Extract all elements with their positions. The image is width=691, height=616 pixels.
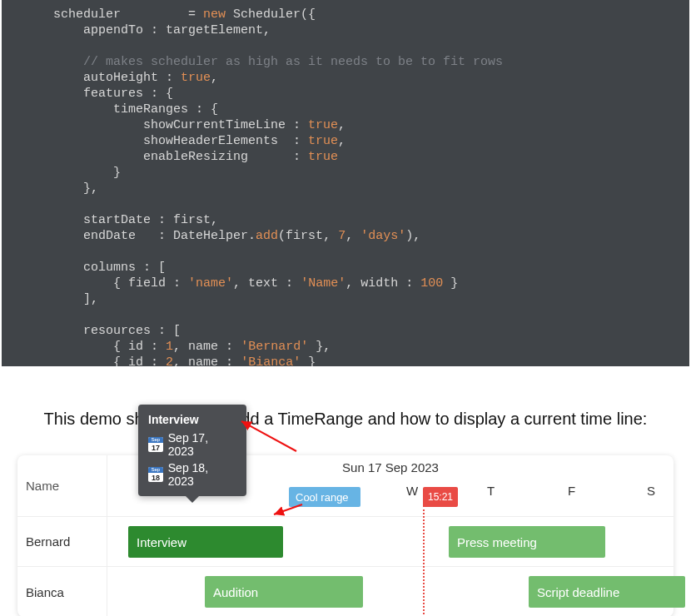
resource-body[interactable]: Interview Press meeting: [107, 517, 674, 566]
tick-sat: S: [647, 484, 648, 498]
tick-thu: T: [487, 484, 488, 498]
event-audition[interactable]: Audition: [205, 576, 363, 608]
tooltip-end-text: Sep 18, 2023: [168, 461, 236, 488]
tooltip-title: Interview: [148, 413, 236, 426]
event-script-deadline[interactable]: Script deadline: [529, 576, 685, 608]
tick-fri: F: [568, 484, 569, 498]
tick-wed: W: [406, 484, 407, 498]
name-column-header[interactable]: Name: [17, 455, 107, 516]
scheduler-header: Name Sun 17 Sep 2023 W T F S Cool range …: [17, 455, 674, 517]
resource-body[interactable]: Audition Script deadline: [107, 567, 674, 616]
tooltip-end-row: Sep18 Sep 18, 2023: [148, 461, 236, 488]
time-range-cool[interactable]: Cool range: [289, 487, 360, 507]
calendar-icon: Sep18: [148, 467, 163, 482]
code-content: scheduler = new Scheduler({ appendTo : t…: [2, 0, 689, 366]
event-interview[interactable]: Interview: [128, 526, 283, 558]
event-resize-handle[interactable]: [283, 526, 288, 558]
current-time-badge: 15:21: [423, 487, 458, 507]
event-press-meeting[interactable]: Press meeting: [449, 526, 605, 558]
tooltip-start-row: Sep17 Sep 17, 2023: [148, 431, 236, 458]
tooltip-start-text: Sep 17, 2023: [168, 431, 236, 458]
demo-area: This demo shows how to add a TimeRange a…: [0, 366, 691, 616]
resource-label: Bianca: [17, 567, 107, 616]
calendar-icon: Sep17: [148, 437, 163, 452]
resource-row-bernard[interactable]: Bernard Interview Press meeting: [17, 517, 674, 567]
resource-row-bianca[interactable]: Bianca Audition Script deadline: [17, 567, 674, 616]
code-editor: scheduler = new Scheduler({ appendTo : t…: [2, 0, 689, 366]
resource-label: Bernard: [17, 517, 107, 566]
event-tooltip: Interview Sep17 Sep 17, 2023 Sep18 Sep 1…: [138, 405, 246, 496]
scheduler[interactable]: Name Sun 17 Sep 2023 W T F S Cool range …: [17, 455, 674, 616]
demo-title: This demo shows how to add a TimeRange a…: [0, 366, 691, 437]
